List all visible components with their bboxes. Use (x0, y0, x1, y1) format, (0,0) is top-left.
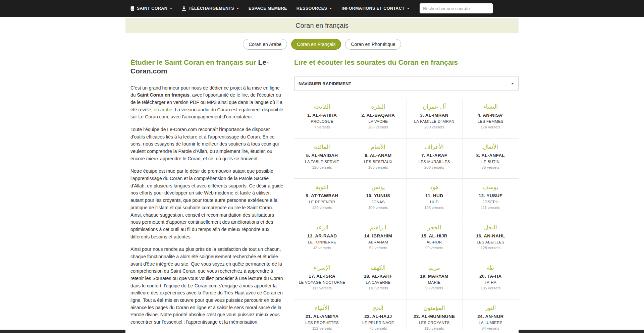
sourate-cell[interactable]: ابراهيم 14. IBRAHIM ABRAHAM 52 versets (350, 219, 406, 259)
quick-nav-select-wrap: NAVIGUER RAPIDEMENT (294, 76, 519, 91)
sourate-french-name: LA TABLE SERVIE (294, 160, 350, 164)
sourate-french-name: MARIE (407, 280, 462, 284)
sourates-grid: الفاتحة 1. AL-FATIHA PROLOGUE 7 versets … (294, 98, 519, 333)
caret-down-icon (329, 8, 332, 9)
sourate-arabic-name: الحج (350, 304, 406, 312)
sourate-cell[interactable]: الإسراء 17. AL-ISRA LE VOYAGE NOCTURNE 1… (294, 259, 350, 299)
sourate-french-name: LA VACHE (350, 119, 406, 123)
sourate-verse-count: 135 versets (463, 286, 519, 290)
nav-item-informations-contact[interactable]: INFORMATIONS ET CONTACT (337, 0, 414, 17)
sourate-french-name: LE REPENTIR (294, 200, 350, 204)
sourate-arabic-name: النساء (463, 103, 519, 110)
sourate-cell[interactable]: آل عمران 3. AL-IMRAN LA FAMILLE D'IMRAN … (407, 98, 463, 138)
sourate-cell[interactable]: الرعد 13. AR-RAAD LE TONNERRE 43 versets (294, 219, 350, 259)
intro-column: Étudier le Saint Coran en français sur L… (125, 58, 289, 333)
sourate-cell[interactable]: المؤمنون 23. AL-MUMINUNE LES CROYANTS 11… (407, 299, 463, 333)
sourate-verse-count: 98 versets (407, 286, 462, 290)
sourate-arabic-name: الأنعام (350, 144, 406, 151)
sourate-arabic-name: الأعراف (407, 144, 462, 151)
version-tab[interactable]: Coran en Français (291, 39, 341, 50)
sourate-cell[interactable]: الفاتحة 1. AL-FATIHA PROLOGUE 7 versets (294, 98, 350, 138)
nav-item-ressources[interactable]: RESSOURCES (292, 0, 337, 17)
quick-nav-select[interactable]: NAVIGUER RAPIDEMENT (294, 76, 519, 91)
sourates-heading-text: Lire et écouter les sourates du Coran en… (294, 58, 458, 66)
sourate-verse-count: 206 versets (407, 165, 462, 169)
version-tabs: Coran en Arabe Coran en Français Coran e… (125, 39, 519, 50)
sourate-arabic-name: يونس (350, 184, 406, 191)
sourate-cell[interactable]: النساء 4. AN-NISA' LES FEMMES 176 verset… (463, 98, 519, 138)
sourate-verse-count: 165 versets (350, 165, 406, 169)
nav-item-label: RESSOURCES (297, 6, 327, 11)
sourate-name: 12. YUSUF (463, 193, 519, 198)
footer-edge-inner (125, 330, 519, 333)
sourate-cell[interactable]: الأنعام 6. AL-ANAM LES BESTIAUX 165 vers… (350, 138, 406, 179)
sourate-cell[interactable]: النحل 16. AN-NAHL LES ABEILLES 128 verse… (463, 219, 519, 259)
sourate-french-name: LA LUMIÈRE (463, 321, 519, 325)
sourate-french-name: LES BESTIAUX (350, 160, 406, 164)
version-tab[interactable]: Coran en Arabe (243, 39, 287, 50)
sourate-cell[interactable]: المائدة 5. AL-MAIDAH LA TABLE SERVIE 120… (294, 138, 350, 179)
sourate-cell[interactable]: الحج 22. AL-HAJJ LE PÈLERINAGE 78 verset… (350, 299, 406, 333)
sourate-french-name: LES CROYANTS (407, 321, 462, 325)
paragraph-text: Toute l'équipe de Le-Coran.com reconnaît… (130, 127, 279, 161)
nav-item-saint-coran[interactable]: SAINT CORAN (125, 0, 177, 17)
sourate-verse-count: 7 versets (294, 125, 350, 129)
sourate-french-name: LA CAVERNE (350, 280, 406, 284)
page-header-band: Coran en français (125, 18, 519, 33)
sourate-french-name: PROLOGUE (294, 119, 350, 123)
sourate-arabic-name: آل عمران (407, 103, 462, 110)
sourate-name: 7. AL-ARAF (407, 153, 462, 158)
sourate-verse-count: 52 versets (350, 246, 406, 250)
version-tab[interactable]: Coran en Phonétique (345, 39, 401, 50)
sourate-name: 3. AL-IMRAN (407, 113, 462, 118)
nav-item-espace-membre[interactable]: ESPACE MEMBRE (244, 0, 292, 17)
sourate-verse-count: 176 versets (463, 125, 519, 129)
sourate-arabic-name: ابراهيم (350, 224, 406, 231)
sourate-cell[interactable]: النور 24. AN-NUR LA LUMIÈRE 64 versets (463, 299, 519, 333)
sourate-cell[interactable]: مريم 19. MARYAM MARIE 98 versets (407, 259, 463, 299)
sourate-cell[interactable]: الأنبياء 21. AL-ANBIYA LES PROPHÈTES 112… (294, 299, 350, 333)
nav-item-label: SAINT CORAN (137, 6, 167, 11)
sourate-cell[interactable]: الكهف 18. AL-KAHF LA CAVERNE 110 versets (350, 259, 406, 299)
caret-down-icon (236, 8, 239, 9)
sourate-name: 6. AL-ANAM (350, 153, 406, 158)
sourate-arabic-name: النور (463, 304, 519, 312)
sourate-name: 16. AN-NAHL (463, 233, 519, 238)
sourate-french-name: LA FAMILLE D'IMRAN (407, 119, 462, 123)
sourate-cell[interactable]: يوسف 12. YUSUF JOSEPH 111 versets (463, 179, 519, 219)
sourate-arabic-name: طه (463, 264, 519, 271)
sourate-cell[interactable]: الأعراف 7. AL-ARAF LES MURAILLES 206 ver… (407, 138, 463, 179)
sourate-cell[interactable]: طه 20. TA-HA TA-HA 135 versets (463, 259, 519, 299)
sourate-verse-count: 111 versets (294, 286, 350, 290)
sourate-name: 24. AN-NUR (463, 314, 519, 319)
sourate-verse-count: 43 versets (294, 246, 350, 250)
sourate-name: 2. AL-BAQARA (350, 113, 406, 118)
main-content: Étudier le Saint Coran en français sur L… (125, 58, 519, 333)
sourate-cell[interactable]: الأنفال 8. AL-ANFAL LE BUTIN 75 versets (463, 138, 519, 179)
sourate-french-name: LES ABEILLES (463, 240, 519, 244)
sourate-cell[interactable]: التوبة 9. AT-TAWBAH LE REPENTIR 129 vers… (294, 179, 350, 219)
sourate-arabic-name: الأنفال (463, 144, 519, 151)
sourate-name: 9. AT-TAWBAH (294, 193, 350, 198)
sourate-arabic-name: النحل (463, 224, 519, 231)
sourate-verse-count: 110 versets (350, 286, 406, 290)
search-input[interactable] (420, 3, 493, 13)
sourate-verse-count: 123 versets (407, 206, 462, 210)
sourate-cell[interactable]: يونس 10. YUNUS JONAS 109 versets (350, 179, 406, 219)
intro-heading-green: Étudier le Saint Coran en français sur (130, 58, 256, 66)
sourate-cell[interactable]: هود 11. HUD HUD 123 versets (407, 179, 463, 219)
sourate-name: 11. HUD (407, 193, 462, 198)
sourate-french-name: JONAS (350, 200, 406, 204)
inline-text-link[interactable]: en arabe (154, 107, 172, 112)
sourates-column: Lire et écouter les sourates du Coran en… (289, 58, 519, 333)
nav-item-telechargements[interactable]: TÉLÉCHARGEMENTS (177, 0, 244, 17)
sourate-arabic-name: مريم (407, 264, 462, 271)
paragraph-text: Notre équipe est mue par le désir de pro… (130, 168, 283, 239)
sourate-cell[interactable]: البقرة 2. AL-BAQARA LA VACHE 286 versets (350, 98, 406, 138)
sourate-verse-count: 109 versets (350, 206, 406, 210)
sourate-arabic-name: التوبة (294, 184, 350, 191)
book-icon (130, 6, 135, 11)
footer-edge (0, 330, 644, 333)
sourate-cell[interactable]: الحجر 15. AL-HIJR AL-HIJR 99 versets (407, 219, 463, 259)
sourate-french-name: AL-HIJR (407, 240, 462, 244)
